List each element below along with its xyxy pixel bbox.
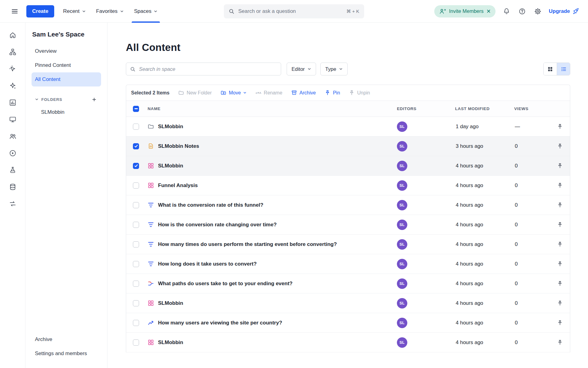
global-search-input[interactable]	[238, 8, 343, 15]
toolbar-action-button[interactable]: Pin	[325, 90, 340, 96]
sidebar-footer-item[interactable]: Settings and members	[32, 347, 101, 361]
content-name-link[interactable]: What is the conversion rate of this funn…	[158, 202, 263, 208]
rail-item[interactable]	[6, 182, 19, 191]
row-checkbox[interactable]	[133, 261, 139, 267]
topnav-item[interactable]: Spaces	[129, 0, 163, 23]
pin-icon[interactable]	[557, 222, 563, 228]
global-search[interactable]: ⌘ + K	[224, 4, 364, 18]
editor-avatar[interactable]: SL	[397, 121, 407, 132]
sidebar-item[interactable]: Pinned Content	[32, 58, 101, 72]
column-header-last-modified[interactable]: LAST MODIFIED	[455, 106, 514, 111]
row-checkbox[interactable]	[133, 202, 139, 208]
content-name-link[interactable]: SLMobbin	[158, 300, 183, 306]
row-checkbox[interactable]	[133, 241, 139, 247]
row-checkbox[interactable]	[133, 222, 139, 228]
editor-avatar[interactable]: SL	[397, 161, 407, 171]
table-row[interactable]: SLMobbin SL 4 hours ago 0	[126, 156, 570, 176]
row-checkbox[interactable]	[133, 124, 139, 130]
topnav-item[interactable]: Recent	[58, 0, 91, 23]
rail-item[interactable]	[6, 48, 19, 56]
help-button[interactable]	[518, 7, 527, 16]
content-name-link[interactable]: SLMobbin	[158, 163, 183, 169]
toolbar-action-button[interactable]: Archive	[291, 90, 316, 96]
toolbar-action-button[interactable]: Rename	[255, 90, 282, 96]
toolbar-action-button[interactable]: Unpin	[349, 90, 370, 96]
row-checkbox[interactable]	[133, 143, 139, 149]
filter-dropdown-button[interactable]: Type	[320, 63, 348, 75]
list-view-button[interactable]	[557, 63, 570, 75]
row-checkbox[interactable]	[133, 300, 139, 306]
toolbar-action-button[interactable]: Move	[221, 90, 247, 96]
table-row[interactable]: How is the conversion rate changing over…	[126, 215, 570, 235]
content-name-link[interactable]: How is the conversion rate changing over…	[158, 222, 277, 228]
table-row[interactable]: SLMobbin SL 4 hours ago 0	[126, 293, 570, 313]
rail-item[interactable]	[6, 166, 19, 174]
sidebar-folder-item[interactable]: SLMobbin	[32, 105, 101, 119]
sidebar-item[interactable]: Overview	[32, 44, 101, 58]
table-row[interactable]: SLMobbin SL 1 day ago —	[126, 117, 570, 136]
upgrade-button[interactable]: Upgrade	[549, 8, 579, 15]
space-search[interactable]	[126, 63, 281, 75]
content-name-link[interactable]: How many times do users perform the star…	[158, 241, 337, 247]
content-name-link[interactable]: Funnel Analysis	[158, 182, 198, 189]
pin-icon[interactable]	[557, 339, 563, 345]
rail-item[interactable]	[6, 132, 19, 140]
select-all-checkbox[interactable]	[133, 106, 139, 112]
pin-icon[interactable]	[557, 143, 563, 149]
filter-dropdown-button[interactable]: Editor	[287, 63, 316, 75]
pin-icon[interactable]	[557, 281, 563, 286]
hamburger-menu-button[interactable]	[9, 5, 21, 17]
pin-icon[interactable]	[557, 182, 563, 188]
table-row[interactable]: How many users are viewing the site per …	[126, 313, 570, 333]
table-row[interactable]: What paths do users take to get to your …	[126, 274, 570, 293]
space-search-input[interactable]	[138, 66, 277, 72]
rail-item[interactable]	[6, 81, 19, 90]
pin-icon[interactable]	[557, 202, 563, 208]
editor-avatar[interactable]: SL	[397, 278, 407, 289]
pin-icon[interactable]	[557, 300, 563, 306]
toolbar-action-button[interactable]: New Folder	[178, 90, 212, 96]
editor-avatar[interactable]: SL	[397, 200, 407, 210]
content-name-link[interactable]: What paths do users take to get to your …	[158, 281, 292, 287]
column-header-views[interactable]: VIEWS	[514, 106, 550, 111]
editor-avatar[interactable]: SL	[397, 239, 407, 250]
editor-avatar[interactable]: SL	[397, 298, 407, 309]
sidebar-item[interactable]: All Content	[32, 72, 101, 86]
row-checkbox[interactable]	[133, 320, 139, 326]
rail-item[interactable]	[6, 98, 19, 107]
table-row[interactable]: How many times do users perform the star…	[126, 235, 570, 254]
row-checkbox[interactable]	[133, 182, 139, 189]
folders-section-header[interactable]: FOLDERS	[32, 93, 101, 105]
rail-item[interactable]	[6, 64, 19, 73]
content-name-link[interactable]: SLMobbin	[158, 124, 183, 130]
rail-item[interactable]	[6, 149, 19, 157]
table-row[interactable]: Funnel Analysis SL 4 hours ago 0	[126, 176, 570, 195]
rail-item[interactable]	[6, 115, 19, 124]
table-row[interactable]: SLMobbin SL 4 hours ago 0	[126, 333, 570, 352]
sidebar-footer-item[interactable]: Archive	[32, 332, 101, 347]
pin-icon[interactable]	[557, 320, 563, 326]
editor-avatar[interactable]: SL	[397, 337, 407, 348]
editor-avatar[interactable]: SL	[397, 180, 407, 191]
row-checkbox[interactable]	[133, 163, 139, 169]
row-checkbox[interactable]	[133, 339, 139, 346]
close-icon[interactable]	[487, 9, 491, 13]
rail-item[interactable]	[6, 199, 19, 208]
editor-avatar[interactable]: SL	[397, 141, 407, 151]
table-row[interactable]: What is the conversion rate of this funn…	[126, 195, 570, 215]
pin-icon[interactable]	[557, 163, 563, 169]
topnav-item[interactable]: Favorites	[91, 0, 129, 23]
editor-avatar[interactable]: SL	[397, 318, 407, 328]
table-row[interactable]: SLMobbin Notes SL 3 hours ago 0	[126, 136, 570, 156]
create-button[interactable]: Create	[26, 5, 54, 17]
editor-avatar[interactable]: SL	[397, 259, 407, 269]
pin-icon[interactable]	[557, 261, 563, 267]
invite-members-button[interactable]: Invite Members	[434, 5, 496, 17]
rail-item[interactable]	[6, 31, 19, 39]
row-checkbox[interactable]	[133, 281, 139, 287]
settings-button[interactable]	[533, 7, 542, 16]
notifications-button[interactable]	[502, 7, 511, 16]
chevron-down-icon[interactable]	[35, 98, 39, 101]
add-folder-button[interactable]	[90, 96, 98, 103]
content-name-link[interactable]: How many users are viewing the site per …	[158, 320, 282, 326]
